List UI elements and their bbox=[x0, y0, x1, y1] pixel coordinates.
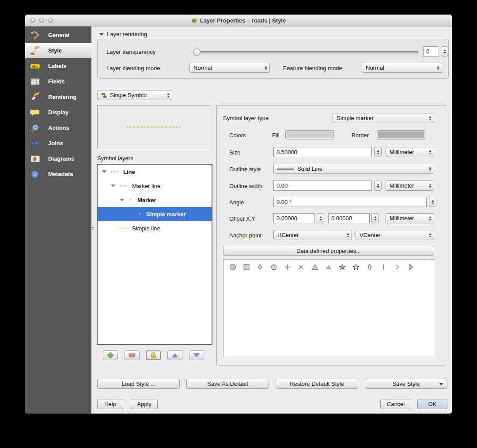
close-button-icon[interactable] bbox=[30, 18, 35, 23]
zoom-button-icon[interactable] bbox=[48, 18, 53, 23]
fill-color-swatch[interactable] bbox=[285, 130, 334, 139]
tree-item-simple-marker[interactable]: Simple marker bbox=[98, 207, 212, 221]
combo-arrows-icon bbox=[265, 66, 267, 70]
sidebar-item-fields[interactable]: Fields bbox=[25, 74, 91, 89]
restore-default-style-button[interactable]: Restore Default Style bbox=[276, 379, 358, 389]
add-icon bbox=[107, 352, 114, 359]
save-style-button[interactable]: Save Style bbox=[365, 379, 447, 389]
layer-transparency-stepper[interactable] bbox=[441, 46, 448, 56]
move-up-icon bbox=[171, 353, 179, 358]
tree-item-marker-line[interactable]: Marker line bbox=[98, 179, 212, 193]
shape-chevron-icon[interactable] bbox=[393, 263, 401, 271]
combo-arrows-icon bbox=[429, 233, 432, 237]
title-bar[interactable]: Layer Properties – roads | Style bbox=[25, 15, 452, 26]
angle-input[interactable]: 0.00 ° bbox=[273, 197, 427, 207]
shape-cross2-icon[interactable] bbox=[297, 263, 305, 271]
table-icon bbox=[30, 77, 41, 87]
angle-stepper[interactable] bbox=[429, 197, 436, 207]
shape-equilateral-triangle-icon[interactable] bbox=[325, 263, 333, 271]
tree-item-marker[interactable]: Marker bbox=[98, 193, 212, 207]
colors-label: Colors bbox=[229, 132, 246, 139]
outline-width-unit-combo[interactable]: Millimeter bbox=[386, 181, 434, 191]
offset-unit-combo[interactable]: Millimeter bbox=[386, 213, 434, 223]
minimize-button-icon[interactable] bbox=[39, 18, 44, 23]
size-input[interactable]: 0.50000 bbox=[273, 147, 372, 157]
shape-regular-star-icon[interactable] bbox=[352, 263, 360, 271]
offset-x-input[interactable]: 0.00000 bbox=[273, 213, 315, 223]
lock-symbol-layer-button[interactable] bbox=[146, 350, 161, 360]
border-color-swatch[interactable] bbox=[377, 130, 425, 139]
abc-tag-icon: abc bbox=[30, 61, 41, 71]
shape-diamond-icon[interactable] bbox=[256, 263, 264, 271]
offset-y-stepper[interactable] bbox=[371, 213, 379, 223]
sidebar-item-rendering[interactable]: Rendering bbox=[25, 89, 91, 105]
add-symbol-layer-button[interactable] bbox=[103, 350, 118, 360]
move-up-button[interactable] bbox=[167, 350, 182, 360]
combo-arrows-icon bbox=[347, 233, 349, 237]
help-button[interactable]: Help bbox=[97, 399, 123, 409]
size-unit-combo[interactable]: Millimeter bbox=[386, 147, 434, 157]
outline-width-label: Outline width bbox=[229, 183, 262, 189]
marker-line-icon bbox=[110, 169, 120, 174]
sidebar-item-labels[interactable]: abc Labels bbox=[25, 58, 91, 74]
sidebar-item-metadata[interactable]: i Metadata bbox=[25, 166, 91, 182]
expand-arrow-icon[interactable] bbox=[102, 170, 106, 173]
outline-width-input[interactable]: 0.00 bbox=[273, 181, 372, 191]
shape-pentagon-icon[interactable] bbox=[270, 263, 278, 271]
outline-style-combo[interactable]: Solid Line bbox=[273, 164, 434, 174]
layer-transparency-slider-handle[interactable] bbox=[193, 49, 201, 56]
shape-circle-icon[interactable] bbox=[229, 263, 237, 271]
tree-item-line[interactable]: Line bbox=[98, 165, 212, 179]
layer-transparency-value[interactable]: 0 bbox=[423, 46, 439, 56]
anchor-h-combo[interactable]: HCenter bbox=[273, 230, 352, 240]
sidebar-item-display[interactable]: Display bbox=[25, 105, 91, 120]
renderer-type-combo[interactable]: Single Symbol bbox=[97, 90, 172, 100]
shape-arrow-icon[interactable] bbox=[366, 263, 374, 271]
shape-line-icon[interactable] bbox=[379, 263, 387, 271]
offset-x-stepper[interactable] bbox=[317, 213, 324, 223]
load-style-button[interactable]: Load Style ... bbox=[97, 379, 180, 389]
layer-rendering-header[interactable]: Layer rendering bbox=[99, 31, 147, 38]
sidebar-item-actions[interactable]: Actions bbox=[25, 120, 91, 136]
ok-button[interactable]: OK bbox=[417, 399, 447, 409]
feature-blending-combo[interactable]: Normal bbox=[362, 63, 442, 73]
symbol-layer-properties-panel: Symbol layer type Simple marker Colors F… bbox=[216, 105, 446, 365]
shape-triangle-icon[interactable] bbox=[311, 263, 319, 271]
save-as-default-button[interactable]: Save As Default bbox=[186, 379, 269, 389]
tree-item-simple-line[interactable]: Simple line bbox=[98, 221, 212, 235]
diagram-icon bbox=[30, 154, 41, 164]
sidebar-item-joins[interactable]: Joins bbox=[25, 136, 91, 151]
splitter-handle[interactable] bbox=[92, 227, 95, 231]
combo-arrows-icon bbox=[429, 150, 432, 154]
symbol-layers-tree: Line Marker line Marker bbox=[97, 164, 212, 345]
sidebar-item-style[interactable]: Style bbox=[25, 43, 91, 58]
size-stepper[interactable] bbox=[374, 147, 382, 157]
symbol-preview-line bbox=[110, 124, 198, 130]
speech-bubble-icon bbox=[30, 108, 41, 117]
offset-y-input[interactable]: 0.00000 bbox=[328, 213, 370, 223]
combo-arrows-icon bbox=[429, 216, 432, 221]
sidebar-item-general[interactable]: General bbox=[25, 27, 91, 43]
sidebar-item-diagrams[interactable]: Diagrams bbox=[25, 151, 91, 166]
shape-cross-icon[interactable] bbox=[284, 263, 292, 271]
move-down-button[interactable] bbox=[189, 350, 204, 360]
apply-button[interactable]: Apply bbox=[131, 399, 158, 409]
marker-shape-list[interactable] bbox=[223, 259, 434, 357]
cancel-button[interactable]: Cancel bbox=[380, 399, 411, 409]
data-defined-properties-button[interactable]: Data defined properties... bbox=[223, 246, 434, 256]
angle-label: Angle bbox=[229, 199, 244, 206]
remove-symbol-layer-button[interactable] bbox=[125, 350, 140, 360]
shape-star-icon[interactable] bbox=[338, 263, 346, 271]
outline-width-stepper[interactable] bbox=[374, 181, 382, 191]
layer-blending-combo[interactable]: Normal bbox=[189, 63, 270, 73]
anchor-v-combo[interactable]: VCenter bbox=[356, 230, 434, 240]
layer-transparency-slider[interactable] bbox=[195, 51, 419, 53]
shape-square-icon[interactable] bbox=[242, 263, 250, 271]
symbol-layer-type-combo[interactable]: Simple marker bbox=[333, 113, 434, 123]
combo-arrows-icon bbox=[429, 184, 432, 188]
qgis-logo-icon bbox=[191, 17, 198, 24]
expand-arrow-icon[interactable] bbox=[111, 184, 115, 187]
expand-arrow-icon[interactable] bbox=[120, 199, 124, 201]
shape-arrowhead-icon[interactable] bbox=[407, 263, 415, 271]
sidebar: General Style abc Labels bbox=[25, 26, 91, 414]
